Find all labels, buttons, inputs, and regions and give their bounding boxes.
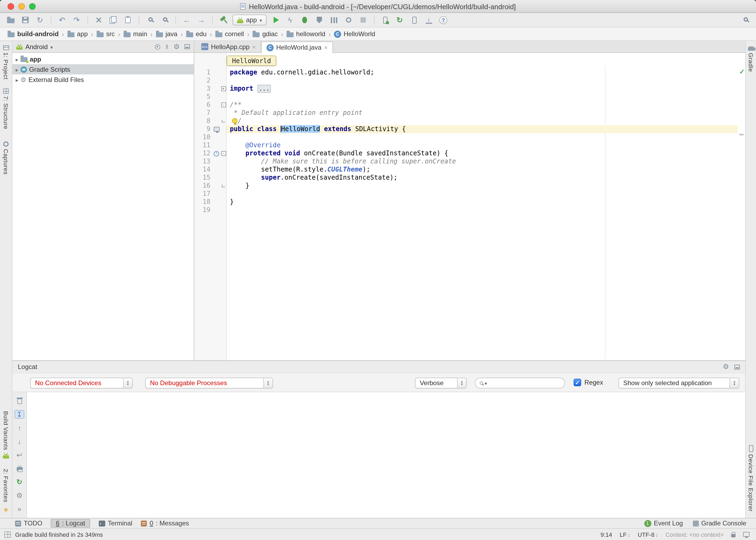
code-text[interactable]: protected void onCreate(Bundle savedInst…	[227, 149, 738, 158]
breadcrumb-item-build-android[interactable]: build-android	[5, 30, 61, 38]
sdk-manager-icon[interactable]	[423, 15, 434, 25]
clear-logcat-icon[interactable]	[15, 396, 24, 405]
logcat-search-field[interactable]	[475, 378, 565, 388]
lock-icon[interactable]	[731, 534, 735, 537]
code-text[interactable]: setTheme(R.style.CUGLTheme);	[227, 166, 738, 174]
code-line[interactable]: 7 * Default application entry point	[194, 109, 738, 117]
gutter-icon-slot[interactable]	[213, 149, 220, 158]
record-icon[interactable]	[343, 15, 354, 25]
tool-button-device-file-explorer[interactable]: Device File Explorer	[746, 445, 756, 511]
code-text[interactable]	[227, 93, 738, 101]
tab-HelloApp.cpp[interactable]: HelloApp.cpp	[197, 41, 261, 52]
run-configuration-select[interactable]: app	[232, 15, 266, 25]
soft-wraps-icon[interactable]	[15, 451, 24, 459]
code-line[interactable]: 14 setTheme(R.style.CUGLTheme);	[194, 166, 738, 174]
code-text[interactable]: // Make sure this is before calling supe…	[227, 158, 738, 166]
avd-manager-icon[interactable]	[409, 15, 419, 25]
attach-debugger-icon[interactable]	[379, 15, 390, 25]
logcat-output[interactable]	[27, 392, 745, 518]
code-line[interactable]: 15 super.onCreate(savedInstanceState);	[194, 174, 738, 182]
synchronize-icon[interactable]	[35, 15, 45, 25]
breadcrumb-item-main[interactable]: main	[121, 30, 149, 38]
save-all-icon[interactable]	[20, 15, 31, 25]
cut-icon[interactable]	[93, 15, 104, 25]
code-text[interactable]: super.onCreate(savedInstanceState);	[227, 174, 738, 182]
activity-gutter-icon[interactable]	[214, 127, 220, 132]
code-text[interactable]	[227, 76, 738, 85]
down-stack-trace-icon[interactable]	[15, 437, 24, 446]
up-stack-trace-icon[interactable]	[15, 424, 24, 432]
back-icon[interactable]	[181, 15, 192, 25]
code-text[interactable]: import ...	[227, 85, 738, 93]
tool-button-todo[interactable]: TODO	[15, 519, 42, 527]
profiler-icon[interactable]	[328, 15, 339, 25]
chevron-right-icon[interactable]	[16, 55, 18, 63]
find-icon[interactable]	[145, 15, 155, 25]
breadcrumb-item-gdiac[interactable]: gdiac	[250, 30, 280, 38]
code-line[interactable]: 12 protected void onCreate(Bundle savedI…	[194, 149, 738, 158]
code-line[interactable]: 11 @Override	[194, 141, 738, 149]
quick-access-icon[interactable]	[4, 531, 11, 538]
code-text[interactable]	[227, 206, 738, 214]
chevron-down-icon[interactable]	[51, 43, 53, 51]
locate-icon[interactable]	[155, 44, 161, 49]
tool-button-terminal[interactable]: Terminal	[99, 519, 132, 527]
scroll-to-end-icon[interactable]	[15, 410, 24, 419]
help-icon[interactable]	[438, 15, 449, 25]
fold-marker[interactable]	[220, 85, 227, 93]
tree-item-external-build-files[interactable]: External Build Files	[12, 74, 194, 85]
code-line[interactable]: 13 // Make sure this is before calling s…	[194, 158, 738, 166]
code-line[interactable]: 19	[194, 206, 738, 214]
close-icon[interactable]	[324, 44, 328, 51]
breadcrumb-item-java[interactable]: java	[154, 30, 179, 38]
tree-item-gradle-scripts[interactable]: Gradle Scripts	[12, 64, 194, 74]
gutter-icon-slot[interactable]	[213, 125, 220, 133]
intention-bulb-icon[interactable]	[232, 118, 237, 124]
code-lines[interactable]: 1package edu.cornell.gdiac.helloworld;23…	[194, 68, 738, 214]
code-line[interactable]: 3import ...	[194, 85, 738, 93]
code-text[interactable]: */	[227, 117, 738, 125]
tool-button-event-log[interactable]: 1 Event Log	[644, 519, 683, 527]
print-icon[interactable]	[15, 464, 24, 472]
log-level-dropdown[interactable]: Verbose	[415, 378, 467, 388]
line-separator-widget[interactable]: LF	[620, 531, 630, 538]
tool-button-project[interactable]: 1: Project	[0, 45, 12, 79]
breadcrumb-item-cornell[interactable]: cornell	[213, 30, 246, 38]
code-line[interactable]: 8 */	[194, 117, 738, 125]
tool-button-build-variants[interactable]: Build Variants	[0, 411, 12, 458]
undo-icon[interactable]	[57, 15, 68, 25]
code-line[interactable]: 2	[194, 76, 738, 85]
fold-marker[interactable]	[220, 101, 227, 109]
code-line[interactable]: 18}	[194, 198, 738, 206]
breadcrumb-item-edu[interactable]: edu	[184, 30, 209, 38]
filter-dropdown[interactable]: Show only selected application	[618, 378, 739, 388]
tool-button-logcat[interactable]: 6: Logcat	[51, 519, 90, 528]
editor-breadcrumb-pill[interactable]: HelloWorld	[227, 56, 276, 66]
code-line[interactable]: 1package edu.cornell.gdiac.helloworld;	[194, 68, 738, 76]
code-text[interactable]: * Default application entry point	[227, 109, 738, 117]
gradle-sync-icon[interactable]	[394, 15, 405, 25]
restart-icon[interactable]	[15, 477, 24, 486]
code-text[interactable]: }	[227, 182, 738, 190]
code-text[interactable]	[227, 190, 738, 198]
code-text[interactable]: }	[227, 198, 738, 206]
caret-position-widget[interactable]: 9:14	[601, 531, 612, 538]
tool-button-gradle-console[interactable]: Gradle Console	[692, 519, 746, 527]
tool-button-messages[interactable]: 0: Messages	[141, 519, 189, 527]
hide-panel-icon[interactable]	[185, 44, 190, 49]
code-line[interactable]: 10	[194, 133, 738, 141]
breadcrumb-item-HelloWorld[interactable]: HelloWorld	[332, 30, 378, 38]
encoding-widget[interactable]: UTF-8	[638, 531, 658, 538]
fold-marker[interactable]	[220, 149, 227, 158]
fold-marker[interactable]	[220, 117, 227, 125]
chevron-right-icon[interactable]	[16, 76, 18, 83]
stop-icon[interactable]	[358, 15, 368, 25]
breadcrumb-item-app[interactable]: app	[65, 30, 90, 38]
search-everywhere-icon[interactable]	[740, 15, 751, 25]
code-text[interactable]: /**	[227, 101, 738, 109]
code-text[interactable]: package edu.cornell.gdiac.helloworld;	[227, 68, 738, 76]
chevron-right-icon[interactable]	[16, 66, 18, 73]
redo-icon[interactable]	[71, 15, 82, 25]
editor-body[interactable]: HelloWorld 1package edu.cornell.gdiac.he…	[194, 53, 745, 360]
tool-button-favorites[interactable]: 2: Favorites	[0, 469, 12, 514]
